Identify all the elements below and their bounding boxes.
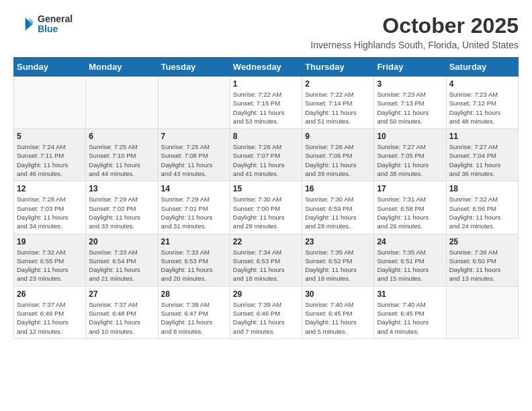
day-info: Sunrise: 7:30 AM Sunset: 7:00 PM Dayligh… [233,195,299,230]
day-number: 22 [233,237,299,246]
calendar-table: SundayMondayTuesdayWednesdayThursdayFrid… [13,57,519,339]
day-number: 16 [305,184,371,193]
calendar-cell: 13Sunrise: 7:29 AM Sunset: 7:02 PM Dayli… [86,181,158,234]
day-info: Sunrise: 7:37 AM Sunset: 6:49 PM Dayligh… [17,300,83,336]
day-info: Sunrise: 7:35 AM Sunset: 6:52 PM Dayligh… [305,248,371,283]
calendar-cell [158,77,230,129]
calendar-cell: 31Sunrise: 7:40 AM Sunset: 6:45 PM Dayli… [374,286,446,338]
day-number: 27 [89,289,154,299]
day-number: 11 [449,132,515,141]
calendar-week-4: 19Sunrise: 7:32 AM Sunset: 6:55 PM Dayli… [14,234,519,286]
calendar-cell: 14Sunrise: 7:29 AM Sunset: 7:01 PM Dayli… [158,181,230,234]
day-info: Sunrise: 7:28 AM Sunset: 7:03 PM Dayligh… [17,195,83,230]
title-section: October 2025 Inverness Highlands South, … [310,13,519,50]
weekday-header-friday: Friday [374,58,446,77]
calendar-cell: 20Sunrise: 7:33 AM Sunset: 6:54 PM Dayli… [86,234,158,286]
day-info: Sunrise: 7:24 AM Sunset: 7:11 PM Dayligh… [17,142,83,178]
day-number: 7 [161,132,227,141]
calendar-cell: 2Sunrise: 7:22 AM Sunset: 7:14 PM Daylig… [302,77,374,129]
day-info: Sunrise: 7:29 AM Sunset: 7:01 PM Dayligh… [161,195,227,230]
day-number: 5 [17,132,83,141]
day-number: 2 [305,79,371,89]
day-number: 12 [17,184,83,193]
calendar-cell: 8Sunrise: 7:26 AM Sunset: 7:07 PM Daylig… [230,129,302,181]
day-info: Sunrise: 7:31 AM Sunset: 6:58 PM Dayligh… [377,195,443,230]
logo-general: General [38,14,73,24]
day-info: Sunrise: 7:25 AM Sunset: 7:10 PM Dayligh… [89,142,154,178]
calendar-cell: 6Sunrise: 7:25 AM Sunset: 7:10 PM Daylig… [86,129,158,181]
calendar-cell: 5Sunrise: 7:24 AM Sunset: 7:11 PM Daylig… [14,129,86,181]
calendar-cell: 15Sunrise: 7:30 AM Sunset: 7:00 PM Dayli… [230,181,302,234]
calendar-cell: 17Sunrise: 7:31 AM Sunset: 6:58 PM Dayli… [374,181,446,234]
day-number: 21 [161,237,227,246]
day-info: Sunrise: 7:30 AM Sunset: 6:59 PM Dayligh… [305,195,371,230]
calendar-week-5: 26Sunrise: 7:37 AM Sunset: 6:49 PM Dayli… [14,286,519,338]
day-info: Sunrise: 7:33 AM Sunset: 6:54 PM Dayligh… [89,248,154,283]
day-number: 15 [233,184,299,193]
calendar-cell: 7Sunrise: 7:25 AM Sunset: 7:08 PM Daylig… [158,129,230,181]
weekday-header-thursday: Thursday [302,58,374,77]
day-info: Sunrise: 7:35 AM Sunset: 6:51 PM Dayligh… [377,248,443,283]
day-number: 23 [305,237,371,246]
day-info: Sunrise: 7:26 AM Sunset: 7:07 PM Dayligh… [233,142,299,178]
day-info: Sunrise: 7:26 AM Sunset: 7:06 PM Dayligh… [305,142,371,178]
calendar-cell: 10Sunrise: 7:27 AM Sunset: 7:05 PM Dayli… [374,129,446,181]
location-subtitle: Inverness Highlands South, Florida, Unit… [310,40,519,50]
day-number: 31 [377,289,443,299]
day-info: Sunrise: 7:40 AM Sunset: 6:45 PM Dayligh… [305,300,371,336]
logo-icon [13,13,35,35]
weekday-header-row: SundayMondayTuesdayWednesdayThursdayFrid… [14,58,519,77]
day-info: Sunrise: 7:39 AM Sunset: 6:46 PM Dayligh… [233,300,299,336]
day-info: Sunrise: 7:32 AM Sunset: 6:55 PM Dayligh… [17,248,83,283]
calendar-cell: 28Sunrise: 7:38 AM Sunset: 6:47 PM Dayli… [158,286,230,338]
logo: General Blue [13,13,73,35]
day-number: 30 [305,289,371,299]
calendar-week-2: 5Sunrise: 7:24 AM Sunset: 7:11 PM Daylig… [14,129,519,181]
calendar-cell: 26Sunrise: 7:37 AM Sunset: 6:49 PM Dayli… [14,286,86,338]
calendar-cell: 21Sunrise: 7:33 AM Sunset: 6:53 PM Dayli… [158,234,230,286]
calendar-cell: 19Sunrise: 7:32 AM Sunset: 6:55 PM Dayli… [14,234,86,286]
calendar-cell: 16Sunrise: 7:30 AM Sunset: 6:59 PM Dayli… [302,181,374,234]
day-number: 28 [161,289,227,299]
day-info: Sunrise: 7:38 AM Sunset: 6:47 PM Dayligh… [161,300,227,336]
day-number: 24 [377,237,443,246]
day-info: Sunrise: 7:23 AM Sunset: 7:12 PM Dayligh… [449,90,515,126]
calendar-cell [14,77,86,129]
calendar-cell: 25Sunrise: 7:36 AM Sunset: 6:50 PM Dayli… [446,234,518,286]
day-info: Sunrise: 7:22 AM Sunset: 7:15 PM Dayligh… [233,90,299,126]
calendar-cell: 24Sunrise: 7:35 AM Sunset: 6:51 PM Dayli… [374,234,446,286]
day-info: Sunrise: 7:32 AM Sunset: 6:56 PM Dayligh… [449,195,515,230]
calendar-cell [86,77,158,129]
calendar-cell: 4Sunrise: 7:23 AM Sunset: 7:12 PM Daylig… [446,77,518,129]
calendar-cell: 3Sunrise: 7:23 AM Sunset: 7:13 PM Daylig… [374,77,446,129]
day-info: Sunrise: 7:27 AM Sunset: 7:04 PM Dayligh… [449,142,515,178]
day-info: Sunrise: 7:37 AM Sunset: 6:48 PM Dayligh… [89,300,154,336]
day-number: 14 [161,184,227,193]
day-info: Sunrise: 7:34 AM Sunset: 6:53 PM Dayligh… [233,248,299,283]
day-number: 25 [449,237,515,246]
calendar-cell [446,286,518,338]
day-info: Sunrise: 7:25 AM Sunset: 7:08 PM Dayligh… [161,142,227,178]
day-info: Sunrise: 7:29 AM Sunset: 7:02 PM Dayligh… [89,195,154,230]
day-number: 9 [305,132,371,141]
day-info: Sunrise: 7:36 AM Sunset: 6:50 PM Dayligh… [449,248,515,283]
day-info: Sunrise: 7:27 AM Sunset: 7:05 PM Dayligh… [377,142,443,178]
month-title: October 2025 [310,13,519,38]
day-number: 19 [17,237,83,246]
calendar-week-3: 12Sunrise: 7:28 AM Sunset: 7:03 PM Dayli… [14,181,519,234]
day-info: Sunrise: 7:33 AM Sunset: 6:53 PM Dayligh… [161,248,227,283]
day-number: 26 [17,289,83,299]
page-header: General Blue October 2025 Inverness High… [13,13,519,50]
weekday-header-saturday: Saturday [446,58,518,77]
weekday-header-wednesday: Wednesday [230,58,302,77]
day-number: 1 [233,79,299,89]
calendar-cell: 9Sunrise: 7:26 AM Sunset: 7:06 PM Daylig… [302,129,374,181]
day-info: Sunrise: 7:22 AM Sunset: 7:14 PM Dayligh… [305,90,371,126]
day-number: 4 [449,79,515,89]
calendar-cell: 30Sunrise: 7:40 AM Sunset: 6:45 PM Dayli… [302,286,374,338]
calendar-cell: 29Sunrise: 7:39 AM Sunset: 6:46 PM Dayli… [230,286,302,338]
day-number: 13 [89,184,154,193]
calendar-cell: 23Sunrise: 7:35 AM Sunset: 6:52 PM Dayli… [302,234,374,286]
weekday-header-monday: Monday [86,58,158,77]
weekday-header-sunday: Sunday [14,58,86,77]
